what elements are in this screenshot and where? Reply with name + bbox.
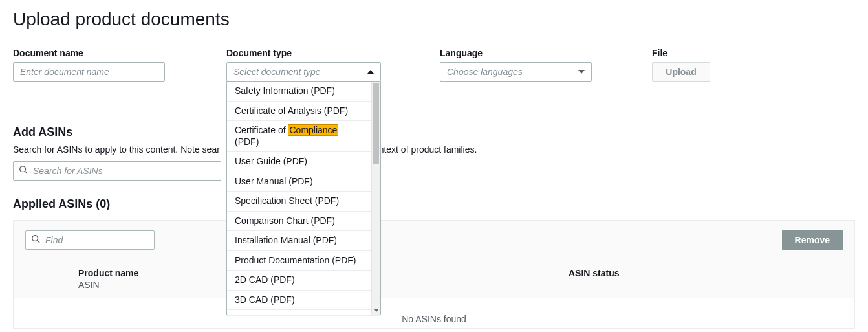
document-name-input[interactable] [13,62,165,82]
search-icon [19,165,28,177]
svg-point-2 [32,236,38,241]
applied-panel-toolbar: Remove [14,221,854,260]
document-type-field: Document type Select document type Safet… [226,48,440,82]
find-input[interactable] [25,230,155,250]
add-asins-title: Add ASINs [13,126,855,139]
document-type-option[interactable]: User Manual (PDF) [227,172,371,192]
remove-button[interactable]: Remove [782,230,843,250]
document-type-option[interactable]: 2D CAD (PDF) [227,271,371,291]
file-label: File [652,48,755,58]
document-type-dropdown: Safety Information (PDF)Certificate of A… [226,81,381,315]
document-type-select[interactable]: Select document type [226,62,381,82]
search-icon [31,234,40,246]
document-type-option[interactable]: Safety Information (PDF) [227,82,371,102]
asin-search-input[interactable] [13,161,221,181]
document-type-option[interactable]: 2D CAD (DWG) [227,310,371,315]
svg-line-3 [38,241,40,243]
document-type-option[interactable]: Comparison Chart (PDF) [227,212,371,232]
document-type-option[interactable]: Product Documentation (PDF) [227,251,371,271]
upload-button[interactable]: Upload [652,62,710,82]
language-label: Language [440,48,652,58]
document-type-option-list: Safety Information (PDF)Certificate of A… [227,82,371,315]
document-name-field: Document name [13,48,226,82]
chevron-down-icon [374,309,379,312]
dropdown-scrollbar[interactable] [371,82,380,315]
document-type-option[interactable]: Certificate of Compliance (PDF) [227,121,371,152]
language-field: Language Choose languages [440,48,652,82]
scrollbar-down-button[interactable] [372,305,380,315]
language-select[interactable]: Choose languages [440,62,592,82]
document-type-option[interactable]: Certificate of Analysis (PDF) [227,102,371,122]
document-type-label: Document type [226,48,440,58]
document-type-option[interactable]: 3D CAD (PDF) [227,291,371,311]
add-asins-subtitle: Search for ASINs to apply to this conten… [13,144,855,155]
chevron-down-icon [578,70,585,74]
svg-point-0 [20,166,26,172]
applied-asins-title: Applied ASINs (0) [13,197,855,211]
applied-table-header: Product name ASIN e applied ASIN status [14,260,854,298]
document-name-label: Document name [13,48,226,58]
document-type-option[interactable]: Specification Sheet (PDF) [227,192,371,212]
applied-empty-message: No ASINs found [14,298,854,328]
document-type-option[interactable]: Installation Manual (PDF) [227,231,371,251]
document-type-placeholder: Select document type [233,67,321,77]
applied-asins-panel: Remove Product name ASIN e applied ASIN … [13,220,855,329]
chevron-up-icon [367,70,374,74]
asin-search-wrap [13,161,221,181]
column-asin-status: ASIN status [557,260,854,298]
upload-fields-row: Document name Document type Select docum… [13,48,855,82]
svg-line-1 [25,172,28,174]
page-title: Upload product documents [13,9,855,30]
add-asins-section: Add ASINs Search for ASINs to apply to t… [13,126,855,181]
scrollbar-thumb[interactable] [373,83,379,164]
highlighted-match: Compliance [288,124,338,136]
find-wrap [25,230,155,250]
language-placeholder: Choose languages [447,67,523,77]
file-field: File Upload [652,48,755,82]
document-type-option[interactable]: User Guide (PDF) [227,152,371,172]
